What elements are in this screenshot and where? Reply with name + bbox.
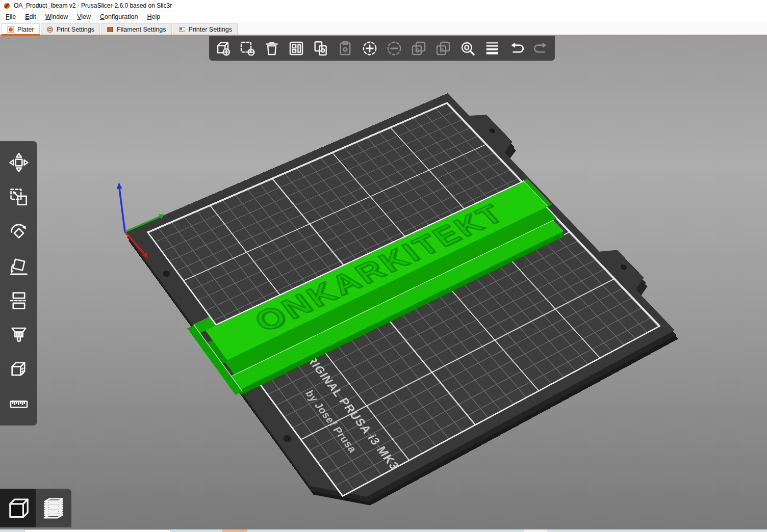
tab-label: Plater [17,26,34,33]
tab-label: Filament Settings [117,26,166,33]
prusa-logo-icon [4,3,10,9]
menu-file[interactable]: File [1,12,20,21]
tab-label: Printer Settings [189,26,232,33]
3d-viewport[interactable]: ORIGINAL PRUSA i3 MK3 by Josef Prusa ONK… [0,36,767,529]
paint-on-supports-icon[interactable] [5,321,33,350]
cut-icon[interactable] [5,286,33,315]
tab-print-settings[interactable]: Print Settings [41,23,100,35]
copy-icon[interactable] [309,36,333,61]
printer-settings-icon [178,26,186,33]
menu-edit[interactable]: Edit [20,12,41,21]
delete-icon[interactable] [235,36,260,61]
model-engraving: ONKARKITEKT [204,180,548,360]
tab-filament-settings[interactable]: Filament Settings [101,23,172,35]
titlebar: OA_Product_Ibeam v2 - PrusaSlicer-2.6.0 … [0,0,767,11]
status-accent-block [222,529,247,532]
variable-layer-height-icon[interactable] [480,36,504,61]
svg-text:O: O [415,47,420,53]
bed-hole [619,263,628,271]
preview-view-button[interactable] [36,489,71,527]
tab-plater[interactable]: Plater [2,23,40,35]
bed-hole [488,128,497,134]
arrange-icon[interactable] [284,36,309,61]
redo-icon[interactable] [529,36,553,61]
print-bed: ORIGINAL PRUSA i3 MK3 by Josef Prusa ONK… [125,93,675,516]
plater-icon [7,26,14,33]
split-to-parts-icon[interactable]: P [431,36,455,61]
paste-icon[interactable] [333,36,357,61]
window-title: OA_Product_Ibeam v2 - PrusaSlicer-2.6.0 … [14,2,172,9]
model-ibeam[interactable]: ONKARKITEKT [125,93,675,516]
menu-window[interactable]: Window [41,12,72,21]
svg-text:P: P [440,47,444,53]
statusbar [0,529,767,532]
prusaslicer-window: OA_Product_Ibeam v2 - PrusaSlicer-2.6.0 … [0,0,767,532]
split-to-objects-icon[interactable]: O [406,36,431,61]
remove-instance-icon[interactable] [382,36,406,61]
seam-painting-icon[interactable] [5,355,33,384]
print-settings-icon [46,26,54,33]
tabbar: Plater Print Settings Filament Settings [0,22,767,36]
undo-icon[interactable] [504,36,529,61]
menu-configuration[interactable]: Configuration [95,12,142,21]
tab-printer-settings[interactable]: Printer Settings [173,23,238,35]
gizmo-toolbar [0,141,37,425]
3d-editor-view-button[interactable] [0,489,36,527]
tab-label: Print Settings [57,26,94,33]
menubar: File Edit Window View Configuration Help [0,11,767,22]
view-toolbar [0,489,71,527]
delete-all-icon[interactable] [260,36,284,61]
measure-icon[interactable] [5,390,33,418]
add-instance-icon[interactable] [357,36,382,61]
rotate-icon[interactable] [5,217,33,246]
object-toolbar: O P [209,36,555,61]
filament-settings-icon [107,26,114,33]
scale-icon[interactable] [5,183,33,211]
status-input-field[interactable] [24,529,170,532]
status-light-block [524,529,547,532]
add-icon[interactable] [211,36,235,61]
beam-web-side [224,207,556,375]
menu-view[interactable]: View [72,12,95,21]
menu-help[interactable]: Help [142,12,165,21]
search-icon[interactable] [455,36,480,61]
place-on-face-icon[interactable] [5,252,33,280]
move-icon[interactable] [5,148,33,177]
